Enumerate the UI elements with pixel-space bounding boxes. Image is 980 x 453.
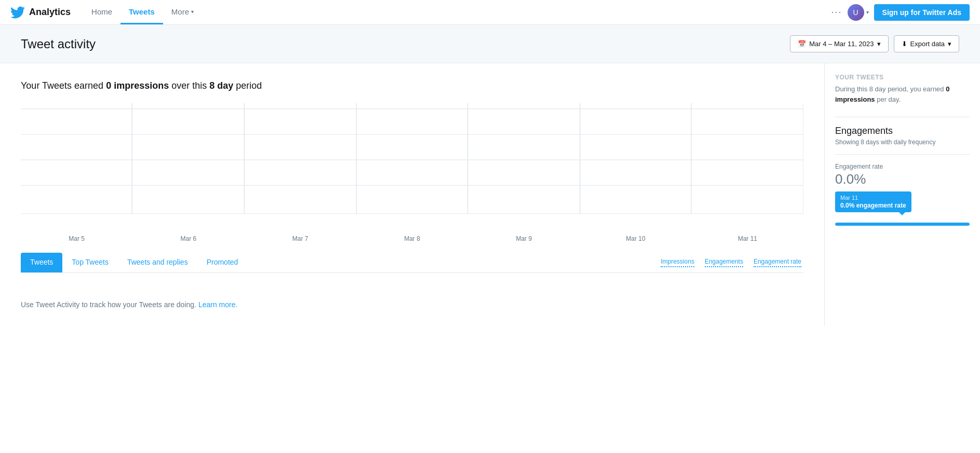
- chart-label-mar11: Mar 11: [692, 235, 803, 242]
- nav-links: Home Tweets More ▾: [83, 0, 202, 24]
- col-impressions[interactable]: Impressions: [661, 258, 694, 267]
- chart-label-mar9: Mar 9: [468, 235, 580, 242]
- engagements-subtitle: Showing 8 days with daily frequency: [835, 139, 970, 146]
- tab-tweets[interactable]: Tweets: [21, 253, 62, 272]
- app-title: Analytics: [29, 7, 71, 18]
- engagement-tooltip: Mar 11 0.0% engagement rate: [835, 191, 911, 212]
- date-range-label: Mar 4 – Mar 11, 2023: [809, 40, 874, 48]
- nav-more[interactable]: More ▾: [163, 0, 202, 24]
- col-engagements[interactable]: Engagements: [705, 258, 743, 267]
- col-engagement-rate[interactable]: Engagement rate: [754, 258, 801, 267]
- chart-label-mar7: Mar 7: [245, 235, 356, 242]
- more-chevron-icon: ▾: [191, 9, 194, 15]
- engagement-rate-label: Engagement rate: [835, 163, 970, 170]
- avatar: U: [848, 4, 864, 21]
- chart-label-mar6: Mar 6: [132, 235, 244, 242]
- your-tweets-section: YOUR TWEETS During this 8 day period, yo…: [835, 74, 970, 104]
- tweet-tabs: Tweets Top Tweets Tweets and replies Pro…: [21, 253, 803, 273]
- engagement-progress-bar: [835, 223, 970, 226]
- tab-top-tweets[interactable]: Top Tweets: [62, 253, 118, 272]
- side-panel: YOUR TWEETS During this 8 day period, yo…: [824, 63, 980, 326]
- tab-tweets-replies[interactable]: Tweets and replies: [118, 253, 197, 272]
- side-divider: [835, 117, 970, 117]
- chart-labels: Mar 5 Mar 6 Mar 7 Mar 8 Mar 9 Mar 10 Mar…: [21, 232, 803, 242]
- brand: Analytics: [10, 5, 71, 20]
- learn-more-link[interactable]: Learn more.: [198, 300, 237, 309]
- engagements-title: Engagements: [835, 126, 970, 136]
- export-button[interactable]: ⬇ Export data ▾: [894, 35, 960, 52]
- impressions-chart: [21, 103, 803, 228]
- date-range-button[interactable]: 📅 Mar 4 – Mar 11, 2023 ▾: [790, 35, 888, 52]
- signup-button[interactable]: Sign up for Twitter Ads: [874, 4, 970, 21]
- empty-state: Use Tweet Activity to track how your Twe…: [21, 283, 803, 315]
- engagements-divider: [835, 154, 970, 155]
- calendar-icon: 📅: [798, 40, 806, 48]
- content: Your Tweets earned 0 impressions over th…: [0, 63, 980, 326]
- tooltip-date: Mar 11: [840, 195, 906, 201]
- download-icon: ⬇: [902, 40, 907, 48]
- header-actions: 📅 Mar 4 – Mar 11, 2023 ▾ ⬇ Export data ▾: [790, 35, 959, 52]
- tab-promoted[interactable]: Promoted: [197, 253, 248, 272]
- chart-label-mar8: Mar 8: [356, 235, 468, 242]
- main-panel: Your Tweets earned 0 impressions over th…: [0, 63, 824, 326]
- chart-label-mar10: Mar 10: [580, 235, 691, 242]
- tooltip-text: 0.0% engagement rate: [840, 202, 906, 209]
- nav-dots: ···: [831, 7, 842, 18]
- chart-area: [21, 103, 803, 228]
- date-chevron-icon: ▾: [877, 40, 881, 48]
- col-headers: Impressions Engagements Engagement rate: [661, 258, 803, 267]
- engagements-section: Engagements Showing 8 days with daily fr…: [835, 126, 970, 226]
- your-tweets-label: YOUR TWEETS: [835, 74, 970, 81]
- nav-tweets[interactable]: Tweets: [120, 0, 163, 24]
- navbar: Analytics Home Tweets More ▾ ··· U ▾ Sig…: [0, 0, 980, 25]
- nav-home[interactable]: Home: [83, 0, 120, 24]
- progress-bar-fill: [835, 223, 970, 226]
- impressions-summary: Your Tweets earned 0 impressions over th…: [21, 79, 803, 93]
- navbar-right: ··· U ▾ Sign up for Twitter Ads: [831, 4, 970, 21]
- export-chevron-icon: ▾: [948, 40, 951, 48]
- your-tweets-desc: During this 8 day period, you earned 0 i…: [835, 84, 970, 104]
- user-menu[interactable]: U ▾: [848, 4, 869, 21]
- twitter-logo-icon: [10, 5, 25, 20]
- avatar-chevron-icon: ▾: [866, 9, 869, 15]
- page-header: Tweet activity 📅 Mar 4 – Mar 11, 2023 ▾ …: [0, 25, 980, 63]
- export-label: Export data: [910, 40, 945, 48]
- page-title: Tweet activity: [21, 37, 96, 51]
- engagement-rate-value: 0.0%: [835, 171, 970, 187]
- chart-label-mar5: Mar 5: [21, 235, 132, 242]
